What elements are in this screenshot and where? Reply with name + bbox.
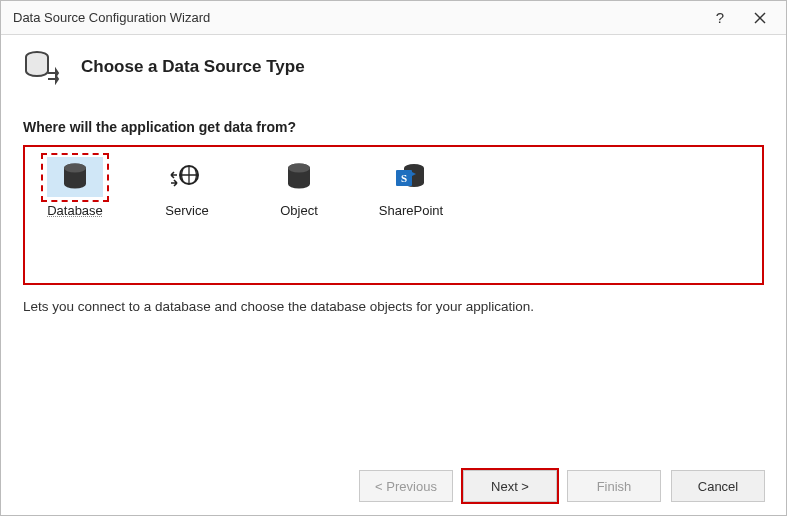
previous-button: < Previous	[359, 470, 453, 502]
window-title: Data Source Configuration Wizard	[13, 10, 700, 25]
sharepoint-icon: S	[383, 157, 439, 197]
option-label: Database	[47, 203, 103, 218]
wizard-header: Choose a Data Source Type	[1, 35, 786, 115]
finish-button: Finish	[567, 470, 661, 502]
svg-point-4	[64, 164, 86, 173]
close-button[interactable]	[740, 4, 780, 32]
options-row: Database Service	[37, 157, 750, 218]
option-label: Service	[165, 203, 208, 218]
close-icon	[754, 12, 766, 24]
help-button[interactable]: ?	[700, 4, 740, 32]
option-sharepoint[interactable]: S SharePoint	[373, 157, 449, 218]
database-icon	[47, 157, 103, 197]
options-container: Database Service	[23, 145, 764, 285]
wizard-step-title: Choose a Data Source Type	[81, 57, 305, 77]
object-icon	[271, 157, 327, 197]
option-service[interactable]: Service	[149, 157, 225, 218]
option-label: Object	[280, 203, 318, 218]
prompt-label: Where will the application get data from…	[23, 119, 764, 135]
next-button[interactable]: Next >	[463, 470, 557, 502]
option-database[interactable]: Database	[37, 157, 113, 218]
option-object[interactable]: Object	[261, 157, 337, 218]
svg-text:S: S	[401, 172, 407, 184]
service-icon	[159, 157, 215, 197]
datasource-header-icon	[23, 49, 63, 85]
option-description: Lets you connect to a database and choos…	[23, 299, 764, 314]
cancel-button[interactable]: Cancel	[671, 470, 765, 502]
help-icon: ?	[716, 9, 724, 26]
svg-point-7	[288, 164, 310, 173]
option-label: SharePoint	[379, 203, 443, 218]
title-bar: Data Source Configuration Wizard ?	[1, 1, 786, 35]
wizard-content: Where will the application get data from…	[1, 115, 786, 314]
wizard-footer: < Previous Next > Finish Cancel	[359, 470, 765, 502]
